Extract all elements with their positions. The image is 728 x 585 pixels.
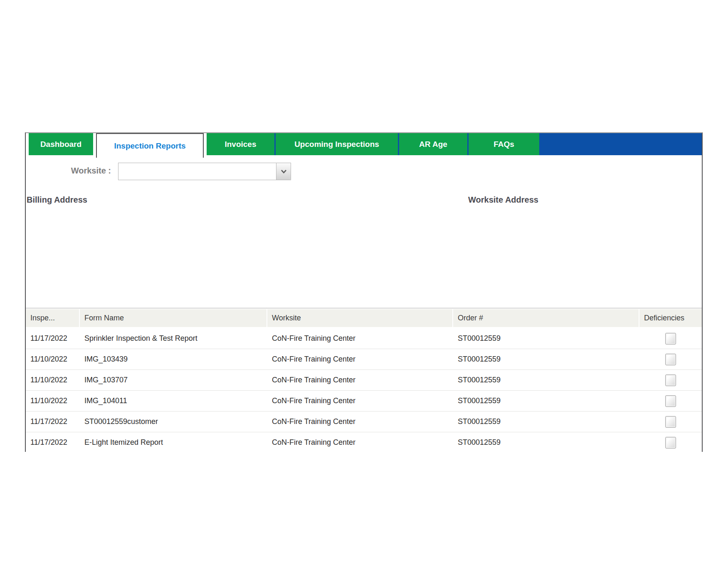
inspection-date-cell: 11/17/2022 — [26, 438, 80, 447]
order-number-cell: ST00012559 — [453, 438, 639, 447]
chevron-down-icon — [281, 169, 287, 174]
order-number-cell: ST00012559 — [453, 334, 639, 343]
inspection-reports-table: Inspe... Form Name Worksite Order # Defi… — [26, 308, 702, 451]
table-row[interactable]: 11/17/2022 E-Light Itemized Report CoN-F… — [26, 432, 702, 453]
table-row[interactable]: 11/17/2022 Sprinkler Inspection & Test R… — [26, 328, 702, 349]
deficiencies-checkbox[interactable] — [665, 333, 676, 345]
order-number-cell: ST00012559 — [453, 397, 639, 405]
deficiencies-checkbox[interactable] — [665, 395, 676, 407]
inspection-date-cell: 11/17/2022 — [26, 334, 80, 343]
column-header-worksite[interactable]: Worksite — [267, 309, 452, 327]
tab-inspection-reports[interactable]: Inspection Reports — [96, 133, 204, 158]
deficiencies-checkbox[interactable] — [665, 416, 676, 428]
tab-dashboard[interactable]: Dashboard — [29, 133, 93, 155]
deficiencies-checkbox[interactable] — [665, 374, 676, 386]
order-number-cell: ST00012559 — [453, 376, 639, 384]
column-header-form-name[interactable]: Form Name — [80, 309, 267, 327]
worksite-cell: CoN-Fire Training Center — [267, 397, 453, 405]
table-row[interactable]: 11/10/2022 IMG_104011 CoN-Fire Training … — [26, 390, 702, 411]
form-name-cell: E-Light Itemized Report — [80, 438, 267, 447]
inspection-date-cell: 11/10/2022 — [26, 355, 80, 364]
deficiencies-cell — [639, 333, 702, 345]
worksite-cell: CoN-Fire Training Center — [267, 438, 453, 447]
customer-portal-panel: Dashboard Inspection Reports Invoices Up… — [25, 132, 703, 452]
worksite-cell: CoN-Fire Training Center — [267, 417, 453, 426]
inspection-date-cell: 11/10/2022 — [26, 397, 80, 405]
tab-upcoming-inspections[interactable]: Upcoming Inspections — [276, 133, 398, 155]
order-number-cell: ST00012559 — [453, 355, 639, 364]
deficiencies-cell — [639, 437, 702, 449]
tab-content: Worksite : Billing Address Worksite Addr… — [26, 155, 702, 451]
table-row[interactable]: 11/10/2022 IMG_103439 CoN-Fire Training … — [26, 349, 702, 369]
deficiencies-checkbox[interactable] — [665, 354, 676, 365]
worksite-combobox — [118, 163, 291, 180]
form-name-cell: Sprinkler Inspection & Test Report — [80, 334, 267, 343]
worksite-cell: CoN-Fire Training Center — [267, 376, 453, 384]
deficiencies-cell — [639, 354, 702, 365]
tab-spacer — [204, 133, 207, 155]
column-header-inspection-date[interactable]: Inspe... — [26, 309, 79, 327]
table-row[interactable]: 11/17/2022 ST00012559customer CoN-Fire T… — [26, 411, 702, 432]
column-header-order-number[interactable]: Order # — [453, 309, 639, 327]
worksite-address-heading: Worksite Address — [468, 195, 538, 205]
form-name-cell: IMG_103707 — [80, 376, 267, 384]
form-name-cell: IMG_103439 — [80, 355, 267, 364]
worksite-input[interactable] — [118, 163, 276, 180]
tab-spacer — [26, 133, 29, 155]
deficiencies-cell — [639, 395, 702, 407]
inspection-date-cell: 11/17/2022 — [26, 417, 80, 426]
worksite-filter-label: Worksite : — [26, 166, 111, 176]
worksite-cell: CoN-Fire Training Center — [267, 334, 453, 343]
tab-faqs[interactable]: FAQs — [469, 133, 539, 155]
tab-invoices[interactable]: Invoices — [207, 133, 274, 155]
column-header-deficiencies[interactable]: Deficiencies — [639, 309, 702, 327]
form-name-cell: ST00012559customer — [80, 417, 267, 426]
deficiencies-cell — [639, 416, 702, 428]
worksite-dropdown-button[interactable] — [276, 163, 291, 180]
billing-address-heading: Billing Address — [27, 195, 87, 205]
table-row[interactable]: 11/10/2022 IMG_103707 CoN-Fire Training … — [26, 369, 702, 390]
form-name-cell: IMG_104011 — [80, 397, 267, 405]
worksite-cell: CoN-Fire Training Center — [267, 355, 453, 364]
tab-spacer — [93, 133, 96, 155]
deficiencies-checkbox[interactable] — [665, 437, 676, 449]
deficiencies-cell — [639, 374, 702, 386]
table-body: 11/17/2022 Sprinkler Inspection & Test R… — [26, 328, 702, 453]
inspection-date-cell: 11/10/2022 — [26, 376, 80, 384]
tab-bar: Dashboard Inspection Reports Invoices Up… — [26, 133, 702, 155]
order-number-cell: ST00012559 — [453, 417, 639, 426]
table-header-row: Inspe... Form Name Worksite Order # Defi… — [26, 308, 702, 328]
tab-ar-age[interactable]: AR Age — [399, 133, 467, 155]
